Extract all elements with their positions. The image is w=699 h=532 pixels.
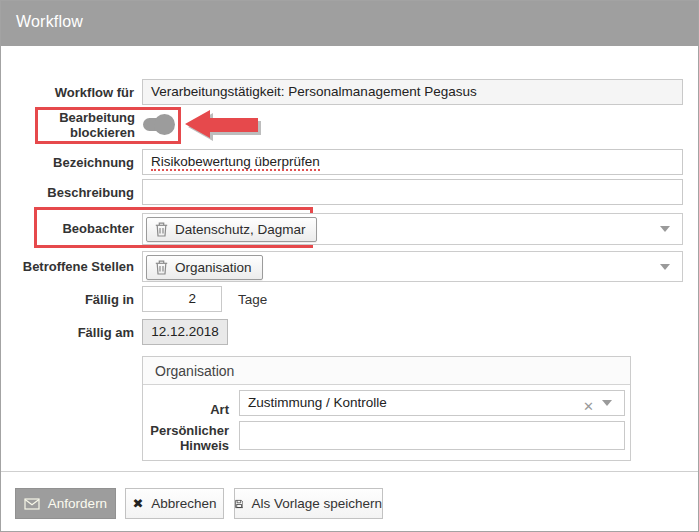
faellig-am-label: Fällig am bbox=[11, 325, 134, 340]
beschreibung-label: Beschreibung bbox=[11, 185, 134, 200]
organisation-section-title: Organisation bbox=[143, 357, 630, 385]
art-select[interactable]: Zustimmung / Kontrolle ✕ bbox=[239, 390, 625, 416]
clear-icon[interactable]: ✕ bbox=[583, 395, 594, 416]
bezeichnung-label: Bezeichnung bbox=[11, 155, 134, 170]
als-vorlage-speichern-button-label: Als Vorlage speichern bbox=[251, 496, 382, 511]
save-icon bbox=[235, 497, 243, 511]
chevron-down-icon[interactable] bbox=[660, 226, 670, 232]
abbrechen-button-label: Abbrechen bbox=[151, 496, 216, 511]
faellig-in-field[interactable]: 2 bbox=[142, 286, 222, 312]
betroffene-stellen-tag-label: Organisation bbox=[175, 260, 252, 275]
dialog-titlebar: Workflow bbox=[1, 1, 698, 46]
betroffene-stellen-label: Betroffene Stellen bbox=[11, 259, 134, 274]
footer-divider bbox=[1, 471, 698, 472]
anfordern-button[interactable]: Anfordern bbox=[15, 488, 116, 519]
art-label: Art bbox=[143, 402, 229, 417]
beobachter-tag[interactable]: Datenschutz, Dagmar bbox=[146, 217, 317, 242]
faellig-in-suffix: Tage bbox=[238, 292, 267, 307]
bezeichnung-value: Risikobewertung überprüfen bbox=[151, 154, 320, 171]
betroffene-stellen-tag[interactable]: Organisation bbox=[146, 255, 263, 280]
chevron-down-icon[interactable] bbox=[660, 264, 670, 270]
trash-icon[interactable] bbox=[155, 222, 168, 237]
beobachter-label: Beobachter bbox=[11, 221, 134, 236]
workflow-for-label: Workflow für bbox=[11, 85, 134, 100]
faellig-am-field: 12.12.2018 bbox=[142, 319, 228, 345]
block-editing-label: Bearbeitung blockieren bbox=[43, 110, 135, 140]
beschreibung-field[interactable] bbox=[142, 179, 683, 205]
organisation-section: Organisation Art Zustimmung / Kontrolle … bbox=[142, 356, 631, 461]
faellig-in-label: Fällig in bbox=[11, 292, 134, 307]
block-editing-toggle[interactable] bbox=[143, 114, 175, 135]
workflow-for-field[interactable]: Verarbeitungstätigkeit: Personalmanageme… bbox=[142, 79, 683, 105]
trash-icon[interactable] bbox=[155, 260, 168, 275]
beobachter-tag-label: Datenschutz, Dagmar bbox=[175, 222, 306, 237]
abbrechen-button[interactable]: ✖ Abbrechen bbox=[125, 488, 224, 519]
envelope-icon bbox=[24, 498, 40, 510]
persoenlicher-hinweis-field[interactable] bbox=[239, 421, 625, 450]
art-value: Zustimmung / Kontrolle bbox=[248, 395, 387, 410]
annotation-arrow-left-icon bbox=[183, 107, 265, 145]
bezeichnung-field[interactable]: Risikobewertung überprüfen bbox=[142, 149, 683, 175]
beobachter-field[interactable]: Datenschutz, Dagmar bbox=[142, 213, 683, 245]
persoenlicher-hinweis-label: Persönlicher Hinweis bbox=[147, 423, 229, 453]
cancel-x-icon: ✖ bbox=[132, 496, 143, 511]
dialog-title: Workflow bbox=[16, 13, 83, 31]
workflow-dialog: Workflow Workflow für Verarbeitungstätig… bbox=[0, 0, 699, 532]
betroffene-stellen-field[interactable]: Organisation bbox=[142, 251, 683, 282]
als-vorlage-speichern-button[interactable]: Als Vorlage speichern bbox=[234, 488, 383, 519]
chevron-down-icon[interactable] bbox=[602, 400, 612, 406]
toggle-knob bbox=[154, 114, 175, 135]
anfordern-button-label: Anfordern bbox=[48, 496, 107, 511]
